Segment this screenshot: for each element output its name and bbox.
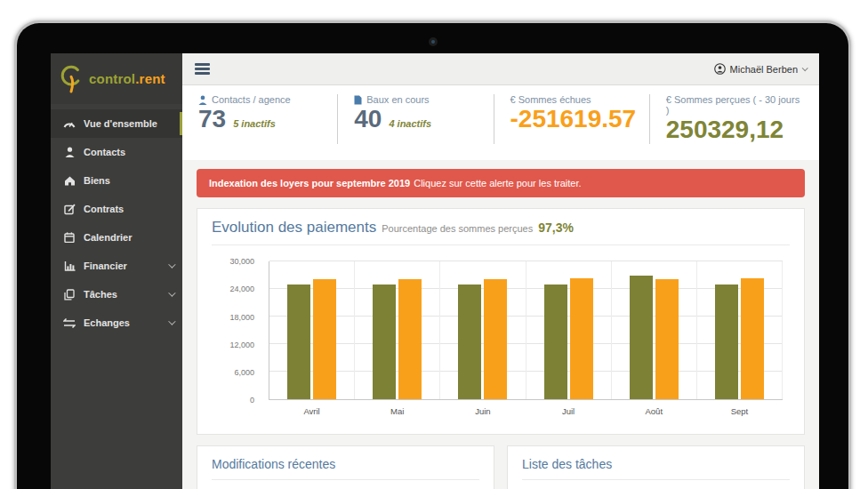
bar-group-août: Août: [612, 261, 697, 399]
bar-orange: [313, 279, 336, 399]
x-tick-label: Avril: [269, 406, 354, 416]
x-tick-label: Août: [612, 406, 696, 416]
x-tick-label: Juil: [526, 406, 611, 416]
stat-note: 5 inactifs: [233, 118, 276, 129]
sidebar-item-label: Contrats: [84, 204, 124, 214]
dashboard-content: Contacts / agence 73 5 inactifs Baux: [182, 85, 819, 489]
tasks-list-card: Liste des tâches Décompte : Churchill 16…: [507, 445, 805, 489]
card-title: Modifications récentes: [212, 457, 479, 480]
bar-group-juin: Juin: [440, 261, 526, 399]
brand-logo-icon: [59, 64, 84, 94]
chevron-down-icon: [168, 261, 175, 268]
stat-label: Contacts / agence: [212, 94, 291, 105]
sidebar-item-label: Tâches: [84, 289, 117, 300]
user-icon: [198, 95, 207, 105]
chevron-down-icon: [802, 65, 808, 71]
stat-contacts: Contacts / agence 73 5 inactifs: [197, 94, 337, 144]
chart-subtitle: Pourcentage des sommes perçues: [382, 223, 533, 234]
file-icon: [354, 95, 362, 105]
stat-sommes-percues: € Sommes perçues ( - 30 jours ) 250329,1…: [649, 94, 805, 144]
bar-orange: [398, 279, 422, 399]
stat-baux: Baux en cours 40 4 inactifs: [337, 94, 493, 144]
main-area: Michaël Berben Contacts / agence: [182, 53, 819, 489]
user-circle-icon: [714, 63, 726, 75]
bar-orange: [570, 278, 593, 399]
bar-group-sept: Sept: [697, 261, 783, 399]
y-tick-label: 30,000: [229, 257, 254, 266]
y-tick-label: 6,000: [234, 368, 254, 377]
user-name: Michaël Berben: [730, 64, 798, 75]
bar-group-mai: Mai: [355, 261, 440, 399]
chart-title: Evolution des paiements: [212, 219, 376, 236]
alert-title: Indexation des loyers pour septembre 201…: [209, 178, 410, 188]
bar-orange: [484, 279, 507, 399]
stat-value: -251619.57: [510, 105, 637, 133]
sidebar-item-label: Biens: [84, 175, 110, 186]
recent-modifications-card: Modifications récentes 2019-10-18 compta…: [197, 445, 494, 489]
sidebar-item-financier[interactable]: Financier: [51, 252, 182, 280]
card-title: Liste des tâches: [522, 457, 790, 480]
stat-label: € Sommes perçues ( - 30 jours ): [666, 94, 805, 116]
sidebar-item-label: Financier: [84, 261, 127, 271]
y-tick-label: 18,000: [229, 313, 254, 322]
exchange-icon: [63, 318, 76, 328]
x-tick-label: Juin: [440, 406, 525, 416]
chevron-down-icon: [168, 289, 175, 296]
stat-value: 250329,12: [666, 116, 784, 144]
sidebar-item-label: Contacts: [84, 147, 125, 157]
bar-olive: [458, 285, 481, 399]
topbar: Michaël Berben: [182, 53, 819, 85]
sidebar-item-taches[interactable]: Tâches: [51, 280, 182, 309]
bar-orange: [741, 278, 764, 399]
brand-logo[interactable]: control.rent: [51, 53, 182, 104]
chevron-down-icon: [168, 317, 175, 325]
alert-text: Cliquez sur cette alerte pour les traite…: [414, 178, 581, 188]
stat-label: Baux en cours: [366, 94, 429, 105]
brand-name: control.rent: [89, 71, 165, 86]
bar-group-avril: Avril: [269, 261, 355, 399]
tachometer-icon: [63, 118, 76, 129]
bar-chart: 06,00012,00018,00024,00030,000 AvrilMaiJ…: [212, 254, 790, 421]
sidebar: control.rent Vue d'ensemble Contacts: [51, 53, 182, 489]
payments-chart-card: Evolution des paiements Pourcentage des …: [197, 208, 805, 435]
webcam-icon: [429, 37, 438, 46]
sidebar-item-echanges[interactable]: Echanges: [51, 309, 182, 337]
bar-olive: [287, 285, 310, 399]
sidebar-item-vue-densemble[interactable]: Vue d'ensemble: [51, 109, 182, 138]
bar-olive: [715, 285, 738, 399]
y-tick-label: 24,000: [229, 285, 254, 293]
user-menu[interactable]: Michaël Berben: [714, 63, 807, 75]
bottom-row: Modifications récentes 2019-10-18 compta…: [197, 445, 805, 489]
sidebar-item-label: Echanges: [84, 317, 130, 328]
stat-label: € Sommes échues: [510, 94, 591, 105]
stats-row: Contacts / agence 73 5 inactifs Baux: [182, 85, 819, 160]
bar-olive: [544, 285, 567, 399]
bar-chart-icon: [63, 261, 76, 271]
sidebar-item-label: Vue d'ensemble: [84, 118, 157, 129]
indexation-alert[interactable]: Indexation des loyers pour septembre 201…: [197, 169, 805, 197]
calendar-icon: [63, 232, 76, 243]
stat-note: 4 inactifs: [389, 118, 431, 129]
sidebar-item-biens[interactable]: Biens: [51, 166, 182, 195]
chart-percent-value: 97,3%: [538, 220, 574, 235]
user-icon: [63, 147, 76, 157]
tasks-icon: [63, 289, 76, 301]
home-icon: [63, 175, 76, 186]
stat-value: 40: [354, 105, 382, 133]
chart-plot-area: AvrilMaiJuinJuilAoûtSept: [269, 261, 783, 400]
edit-icon: [63, 204, 76, 215]
x-tick-label: Mai: [355, 406, 439, 416]
sidebar-item-contrats[interactable]: Contrats: [51, 195, 182, 223]
y-axis-labels: 06,00012,00018,00024,00030,000: [212, 261, 261, 400]
sidebar-item-contacts[interactable]: Contacts: [51, 138, 182, 166]
sidebar-nav: Vue d'ensemble Contacts Biens: [51, 104, 182, 337]
app-screen: control.rent Vue d'ensemble Contacts: [51, 53, 819, 489]
stat-value: 73: [198, 105, 226, 133]
sidebar-item-calendrier[interactable]: Calendrier: [51, 223, 182, 252]
menu-toggle-button[interactable]: [195, 61, 210, 76]
y-tick-label: 0: [250, 396, 254, 405]
laptop-frame: control.rent Vue d'ensemble Contacts: [14, 20, 851, 489]
y-tick-label: 12,000: [229, 341, 254, 349]
x-tick-label: Sept: [697, 406, 782, 416]
bar-olive: [373, 285, 396, 399]
